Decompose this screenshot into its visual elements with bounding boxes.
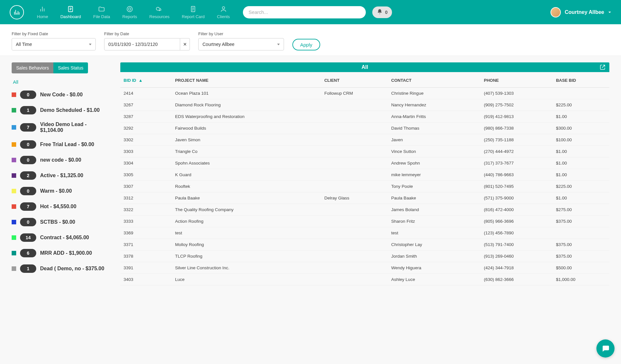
nav-clients[interactable]: Clients bbox=[217, 5, 230, 19]
chevron-down-icon bbox=[608, 10, 611, 15]
table-row[interactable]: 3287 EDS Waterproofing and Restoration A… bbox=[120, 111, 609, 123]
apply-button[interactable]: Apply bbox=[292, 39, 320, 50]
table-row[interactable]: 3267 Diamond Rock Flooring Nancy Hernand… bbox=[120, 99, 609, 111]
status-item[interactable]: 14 Contract - $4,065.00 bbox=[12, 233, 109, 242]
svg-rect-0 bbox=[69, 6, 73, 12]
logo-icon[interactable] bbox=[10, 5, 24, 19]
date-range-input[interactable]: 01/01/1920 - 12/31/2120 bbox=[104, 38, 180, 50]
status-count: 14 bbox=[20, 233, 36, 242]
cell-contact: Javen bbox=[388, 134, 481, 146]
status-item[interactable]: 1 Dead ( Demo, no - $375.00 bbox=[12, 264, 109, 273]
cell-contact: Ashley Luce bbox=[388, 274, 481, 285]
export-button[interactable] bbox=[600, 64, 605, 71]
table-row[interactable]: 3292 Fairwood Builds David Thomas (980) … bbox=[120, 123, 609, 134]
tab-sales-status[interactable]: Sales Status bbox=[53, 62, 88, 73]
col-header-client[interactable]: CLIENT bbox=[321, 72, 388, 88]
nav-label: Report Card bbox=[182, 14, 205, 19]
status-item[interactable]: 6 MRR ADD - $1,900.00 bbox=[12, 249, 109, 257]
table-row[interactable]: 3304 Spohn Associates Andrew Spohn (317)… bbox=[120, 157, 609, 169]
status-color-swatch bbox=[12, 92, 16, 97]
cell-basebid: $375.00 bbox=[553, 216, 609, 227]
cell-project: The Quality Roofing Company bbox=[172, 204, 321, 216]
cell-bidid: 3371 bbox=[120, 239, 172, 251]
col-header-phone[interactable]: PHONE bbox=[481, 72, 553, 88]
table-row[interactable]: 3391 Silver Line Construction Inc. Wendy… bbox=[120, 262, 609, 274]
cell-client bbox=[321, 169, 388, 181]
nav-reports[interactable]: Reports bbox=[122, 5, 137, 19]
col-header-basebid[interactable]: BASE BID bbox=[553, 72, 609, 88]
fixed-date-select[interactable]: All Time bbox=[12, 38, 96, 50]
status-count: 0 bbox=[20, 156, 36, 164]
cell-phone: (513) 791-7400 bbox=[481, 239, 553, 251]
cell-bidid: 3304 bbox=[120, 157, 172, 169]
svg-point-4 bbox=[222, 7, 224, 9]
search-input[interactable] bbox=[243, 6, 366, 18]
filter-fixed-date-group: Filter by Fixed Date All Time bbox=[12, 31, 96, 50]
cell-basebid: $1.00 bbox=[553, 169, 609, 181]
cell-contact: Tony Poole bbox=[388, 181, 481, 192]
notification-button[interactable]: 0 bbox=[372, 6, 392, 18]
all-filter-link[interactable]: All bbox=[13, 79, 109, 85]
table-row[interactable]: 3403 Luce Ashley Luce (630) 862-3666 $1,… bbox=[120, 274, 609, 285]
nav-file-data[interactable]: File Data bbox=[93, 5, 110, 19]
table-row[interactable]: 3312 Paula Baake Delray Glass Paula Baak… bbox=[120, 192, 609, 204]
chevron-down-icon bbox=[277, 44, 280, 45]
cell-phone: (123) 456-7890 bbox=[481, 227, 553, 239]
col-header-contact[interactable]: CONTACT bbox=[388, 72, 481, 88]
status-item[interactable]: 2 Active - $1,325.00 bbox=[12, 171, 109, 180]
status-item[interactable]: 0 Free Trial Lead - $0.00 bbox=[12, 140, 109, 149]
table-row[interactable]: 3378 TLCP Roofing Jordan Smith (913) 269… bbox=[120, 251, 609, 262]
cell-contact: David Thomas bbox=[388, 123, 481, 134]
folder-icon bbox=[98, 5, 105, 13]
table-row[interactable]: 3333 Action Roofing Sharon Fritz (805) 9… bbox=[120, 216, 609, 227]
cell-phone: (250) 735-1188 bbox=[481, 134, 553, 146]
clear-date-button[interactable]: ✕ bbox=[180, 38, 190, 50]
status-item[interactable]: 0 SCTBS - $0.00 bbox=[12, 218, 109, 226]
table-row[interactable]: 2414 Ocean Plaza 101 Followup CRM Christ… bbox=[120, 88, 609, 99]
table-row[interactable]: 3305 K Guard mike lemmeyer (440) 786-966… bbox=[120, 169, 609, 181]
tab-sales-behaviors[interactable]: Sales Behaviors bbox=[12, 62, 53, 73]
user-icon bbox=[220, 5, 227, 13]
nav-dashboard[interactable]: Dashboard bbox=[60, 5, 81, 19]
cell-client bbox=[321, 99, 388, 111]
status-count: 7 bbox=[20, 202, 36, 211]
cell-basebid: $100.00 bbox=[553, 134, 609, 146]
cell-project: Diamond Rock Flooring bbox=[172, 99, 321, 111]
user-filter-select[interactable]: Courtney Allbee bbox=[198, 38, 284, 50]
cell-basebid: $1.00 bbox=[553, 157, 609, 169]
table-row[interactable]: 3371 Molloy Roofing Christopher Lay (513… bbox=[120, 239, 609, 251]
cell-basebid: $275.00 bbox=[553, 204, 609, 216]
nav-report-card[interactable]: Report Card bbox=[182, 5, 205, 19]
table-row[interactable]: 3302 Javen Simon Javen (250) 735-1188 $1… bbox=[120, 134, 609, 146]
status-item[interactable]: 0 New Code - $0.00 bbox=[12, 91, 109, 99]
status-item[interactable]: 1 Demo Scheduled - $1.00 bbox=[12, 106, 109, 114]
table-row[interactable]: 3369 test test (123) 456-7890 bbox=[120, 227, 609, 239]
col-header-project[interactable]: PROJECT NAME bbox=[172, 72, 321, 88]
table-row[interactable]: 3303 Triangle Co Vince Sutton (270) 444-… bbox=[120, 146, 609, 157]
status-list: 0 New Code - $0.00 1 Demo Scheduled - $1… bbox=[12, 91, 109, 273]
status-item[interactable]: 7 Video Demo Lead - $1,104.00 bbox=[12, 122, 109, 133]
status-color-swatch bbox=[12, 266, 16, 271]
table-row[interactable]: 3307 Rooftek Tony Poole (801) 520-7495 $… bbox=[120, 181, 609, 192]
table-row[interactable]: 3322 The Quality Roofing Company James B… bbox=[120, 204, 609, 216]
col-header-bidid[interactable]: BID ID ▲ bbox=[120, 72, 172, 88]
cell-contact: mike lemmeyer bbox=[388, 169, 481, 181]
svg-point-1 bbox=[127, 6, 133, 12]
cell-phone: (805) 966-3696 bbox=[481, 216, 553, 227]
user-menu[interactable]: Courtney Allbee bbox=[550, 7, 611, 17]
cloud-download-icon bbox=[156, 5, 163, 13]
cell-basebid: $1.00 bbox=[553, 111, 609, 123]
cell-client: Followup CRM bbox=[321, 88, 388, 99]
nav-resources[interactable]: Resources bbox=[149, 5, 169, 19]
cell-contact: Christopher Lay bbox=[388, 239, 481, 251]
status-item[interactable]: 0 Warm - $0.00 bbox=[12, 187, 109, 195]
nav-home[interactable]: Home bbox=[37, 5, 48, 19]
cell-phone: (816) 472-4000 bbox=[481, 204, 553, 216]
cell-bidid: 3333 bbox=[120, 216, 172, 227]
status-color-swatch bbox=[12, 173, 16, 178]
cell-bidid: 3312 bbox=[120, 192, 172, 204]
cell-project: Silver Line Construction Inc. bbox=[172, 262, 321, 274]
status-item[interactable]: 0 new code - $0.00 bbox=[12, 156, 109, 164]
cell-client bbox=[321, 181, 388, 192]
status-item[interactable]: 7 Hot - $4,550.00 bbox=[12, 202, 109, 211]
